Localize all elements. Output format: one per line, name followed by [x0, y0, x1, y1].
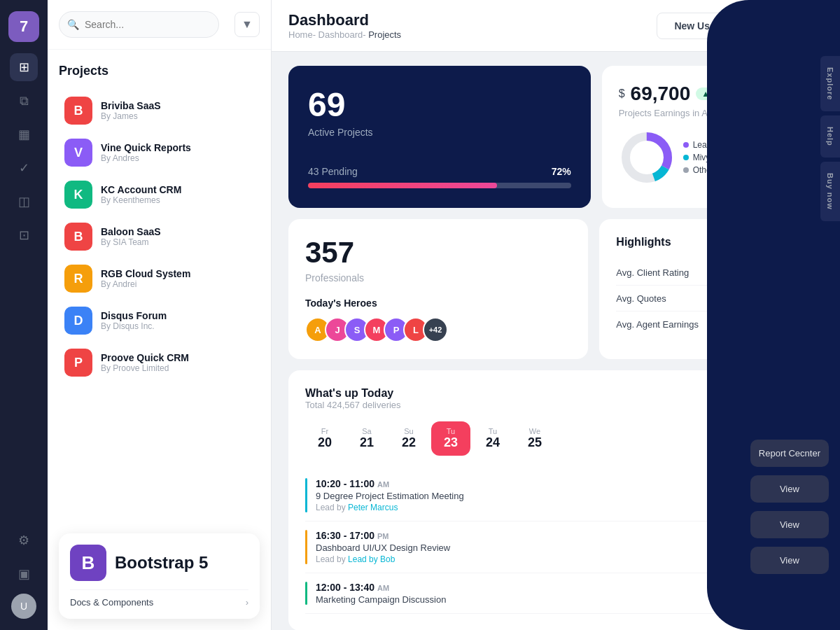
right-panel-actions: Report Cecnter View View View: [750, 440, 829, 574]
project-name-rgb: RGB Cloud System: [101, 268, 190, 279]
event-2-time: 16:30 - 17:00 PM: [316, 530, 755, 541]
legend-dot-leaf: [683, 142, 689, 148]
project-name-vine: Vine Quick Reports: [101, 142, 191, 153]
project-by-disqus: By Disqus Inc.: [101, 321, 167, 331]
project-info-disqus: Disqus Forum By Disqus Inc.: [101, 310, 167, 331]
event-2-lead: Lead by Lead by Bob: [316, 554, 755, 564]
project-logo-vine: V: [64, 139, 92, 167]
day-20[interactable]: Fr 20: [305, 421, 344, 456]
event-3-time: 12:00 - 13:40 AM: [316, 582, 755, 593]
progress-bar: [308, 183, 571, 188]
project-item-proove[interactable]: P Proove Quick CRM By Proove Limited: [59, 342, 260, 384]
day-23[interactable]: Tu 23: [431, 421, 470, 456]
sidebar-icon-chart[interactable]: ▦: [10, 120, 38, 148]
filter-button[interactable]: ▼: [234, 12, 260, 37]
sidebar-icon-grid2[interactable]: ▣: [10, 560, 38, 588]
day-22[interactable]: Su 22: [389, 421, 428, 456]
project-by-rgb: By Andrei: [101, 279, 190, 289]
pending-row: 43 Pending 72%: [308, 166, 571, 177]
professionals-card: 357 Professionals Today's Heroes A J S M…: [288, 219, 588, 359]
project-name-disqus: Disqus Forum: [101, 310, 167, 321]
search-wrap: 🔍: [59, 11, 229, 38]
event-3-border: [305, 582, 307, 605]
event-2-info: 16:30 - 17:00 PM Dashboard UI/UX Design …: [316, 530, 755, 564]
day-num-24: 24: [486, 435, 500, 450]
event-1-lead: Lead by Peter Marcus: [316, 503, 755, 512]
active-count: 69: [308, 85, 571, 124]
event-2-name: Dashboard UI/UX Design Review: [316, 542, 755, 553]
project-logo-proove: P: [64, 349, 92, 377]
project-by-vine: By Andres: [101, 153, 191, 163]
project-item-vine[interactable]: V Vine Quick Reports By Andres: [59, 132, 260, 174]
event-1-ampm: AM: [377, 480, 389, 489]
project-item-disqus[interactable]: D Disqus Forum By Disqus Inc.: [59, 300, 260, 342]
project-item-baloon[interactable]: B Baloon SaaS By SIA Team: [59, 216, 260, 258]
event-1-info: 10:20 - 11:00 AM 9 Degree Project Estima…: [316, 478, 755, 512]
project-name-kc: KC Account CRM: [101, 184, 181, 195]
project-item-briviba[interactable]: B Briviba SaaS By James: [59, 90, 260, 132]
project-name-baloon: Baloon SaaS: [101, 226, 161, 237]
project-item-kc[interactable]: K KC Account CRM By Keenthemes: [59, 174, 260, 216]
avatars-row: A J S M P L +42: [305, 317, 571, 342]
project-item-rgb[interactable]: R RGB Cloud System By Andrei: [59, 258, 260, 300]
sidebar-icon-layers[interactable]: ⧉: [10, 87, 38, 115]
event-1-time: 10:20 - 11:00 AM: [316, 478, 755, 489]
day-name-25: We: [529, 427, 540, 435]
sidebar-icon-settings[interactable]: ⚙: [10, 526, 38, 554]
earnings-amount: 69,700: [631, 83, 691, 105]
dollar-sign: $: [619, 88, 625, 100]
event-3-name: Marketing Campaign Discussion: [316, 594, 755, 605]
event-2-ampm: PM: [377, 532, 389, 540]
side-tab-help[interactable]: Help: [820, 115, 840, 158]
sidebar-icon-check[interactable]: ✓: [10, 154, 38, 182]
day-21[interactable]: Sa 21: [347, 421, 386, 456]
day-name-24: Tu: [489, 427, 497, 435]
event-2-lead-link[interactable]: Lead by Bob: [348, 554, 395, 564]
search-input[interactable]: [59, 11, 219, 38]
project-logo-kc: K: [64, 181, 92, 209]
sidebar-icon-grid[interactable]: ⊞: [10, 53, 38, 81]
docs-link[interactable]: Docs & Components: [70, 597, 153, 608]
sidebar-user-avatar[interactable]: U: [11, 594, 36, 619]
sidebar-icon-briefcase[interactable]: ⊡: [10, 221, 38, 249]
project-name-briviba: Briviba SaaS: [101, 100, 161, 111]
pending-label: 43 Pending: [308, 166, 358, 177]
project-by-proove: By Proove Limited: [101, 363, 189, 373]
avatar-more: +42: [423, 317, 448, 342]
project-info-proove: Proove Quick CRM By Proove Limited: [101, 352, 189, 373]
report-center-button[interactable]: Report Cecnter: [750, 440, 829, 467]
project-logo-baloon: B: [64, 223, 92, 251]
view-button-right-2[interactable]: View: [750, 511, 829, 538]
project-by-briviba: By James: [101, 111, 161, 121]
view-button-right[interactable]: View: [750, 475, 829, 503]
breadcrumb-nav: Home- Dashboard- Projects: [288, 29, 401, 40]
heroes-label: Today's Heroes: [305, 298, 571, 309]
day-name-23: Tu: [447, 427, 455, 435]
project-logo-briviba: B: [64, 97, 92, 125]
projects-title: Projects: [59, 64, 260, 78]
event-1-lead-link[interactable]: Peter Marcus: [348, 503, 398, 512]
professionals-count: 357: [305, 236, 571, 270]
day-24[interactable]: Tu 24: [473, 421, 512, 456]
search-icon: 🔍: [67, 19, 79, 30]
breadcrumb-current: Projects: [368, 29, 401, 40]
page-title: Dashboard: [288, 11, 401, 29]
project-info-vine: Vine Quick Reports By Andres: [101, 142, 191, 163]
side-tab-buy[interactable]: Buy now: [820, 162, 840, 221]
donut-chart: [619, 130, 675, 186]
side-tab-explore[interactable]: Explore: [820, 56, 840, 111]
event-3-ampm: AM: [377, 584, 389, 592]
sidebar-icon-stack[interactable]: ◫: [10, 188, 38, 216]
day-25[interactable]: We 25: [515, 421, 554, 456]
progress-fill: [308, 183, 497, 188]
bootstrap-popup: B Bootstrap 5 Docs & Components ›: [59, 533, 260, 619]
bootstrap-title: Bootstrap 5: [115, 553, 208, 573]
sidebar-avatar: 7: [8, 11, 39, 42]
project-info-briviba: Briviba SaaS By James: [101, 100, 161, 121]
project-info-baloon: Baloon SaaS By SIA Team: [101, 226, 161, 247]
day-num-22: 22: [402, 435, 416, 450]
view-button-right-3[interactable]: View: [750, 547, 829, 574]
bootstrap-logo: B: [70, 545, 106, 581]
search-bar: 🔍 ▼: [48, 0, 271, 50]
event-3-info: 12:00 - 13:40 AM Marketing Campaign Disc…: [316, 582, 755, 605]
